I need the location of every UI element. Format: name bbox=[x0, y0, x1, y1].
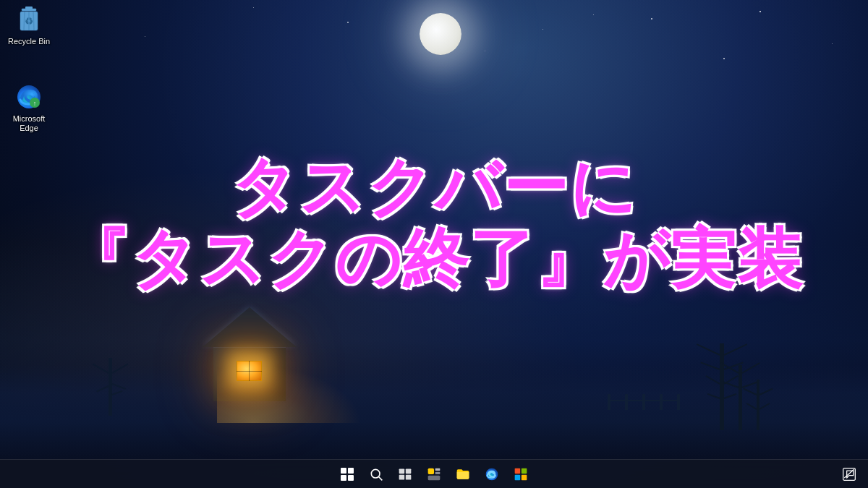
fence bbox=[608, 394, 680, 410]
svg-rect-1 bbox=[25, 7, 33, 9]
widgets-icon bbox=[427, 467, 441, 481]
trees-right bbox=[720, 343, 760, 430]
edge-desktop-image: ↑ bbox=[14, 82, 43, 111]
svg-text:↑: ↑ bbox=[33, 100, 37, 107]
search-icon bbox=[369, 467, 383, 481]
taskview-icon bbox=[398, 467, 412, 481]
taskbar bbox=[0, 459, 868, 488]
taskbar-notification-button[interactable] bbox=[836, 461, 862, 487]
svg-rect-19 bbox=[428, 475, 441, 480]
taskbar-right bbox=[836, 461, 862, 487]
taskbar-store-button[interactable] bbox=[508, 461, 534, 487]
recycle-bin-image: ♻ bbox=[14, 5, 43, 34]
svg-rect-18 bbox=[435, 471, 441, 474]
svg-rect-15 bbox=[406, 474, 412, 479]
svg-rect-13 bbox=[406, 468, 412, 474]
svg-rect-23 bbox=[515, 474, 520, 480]
svg-rect-24 bbox=[522, 474, 527, 480]
svg-rect-17 bbox=[435, 468, 441, 470]
notification-icon bbox=[842, 467, 856, 481]
svg-rect-21 bbox=[515, 468, 520, 474]
taskbar-start-button[interactable] bbox=[334, 461, 360, 487]
svg-rect-22 bbox=[522, 468, 527, 474]
desktop: タスクバーに 『タスクの終了』が実装 ♻ Recycle Bin bbox=[0, 0, 868, 488]
svg-rect-12 bbox=[399, 468, 405, 474]
edge-taskbar-icon bbox=[485, 467, 499, 481]
store-icon bbox=[514, 467, 528, 481]
taskbar-taskview-button[interactable] bbox=[392, 461, 418, 487]
svg-line-11 bbox=[379, 476, 383, 480]
taskbar-search-button[interactable] bbox=[363, 461, 389, 487]
overlay-text: タスクバーに 『タスクの終了』が実装 bbox=[0, 152, 868, 295]
overlay-line2: 『タスクの終了』が実装 bbox=[0, 223, 868, 295]
recycle-bin-label: Recycle Bin bbox=[8, 37, 50, 46]
windows-logo-icon bbox=[341, 468, 354, 481]
edge-desktop-label: Microsoft Edge bbox=[7, 114, 51, 133]
taskbar-edge-button[interactable] bbox=[479, 461, 505, 487]
svg-line-4 bbox=[24, 12, 25, 30]
svg-line-6 bbox=[33, 12, 34, 30]
overlay-line1: タスクバーに bbox=[0, 152, 868, 223]
taskbar-fileexplorer-button[interactable] bbox=[450, 461, 476, 487]
svg-point-10 bbox=[371, 469, 380, 478]
taskbar-center bbox=[334, 461, 534, 487]
taskbar-widgets-button[interactable] bbox=[421, 461, 447, 487]
folder-icon bbox=[456, 467, 470, 481]
svg-rect-14 bbox=[399, 474, 405, 479]
recycle-bin-icon[interactable]: ♻ Recycle Bin bbox=[4, 2, 54, 49]
edge-svg: ↑ bbox=[16, 84, 42, 110]
path-glow bbox=[217, 365, 362, 423]
recycle-bin-svg: ♻ bbox=[16, 6, 42, 33]
edge-desktop-icon[interactable]: ↑ Microsoft Edge bbox=[4, 80, 54, 136]
svg-rect-16 bbox=[428, 468, 434, 474]
trees-left bbox=[109, 358, 112, 416]
